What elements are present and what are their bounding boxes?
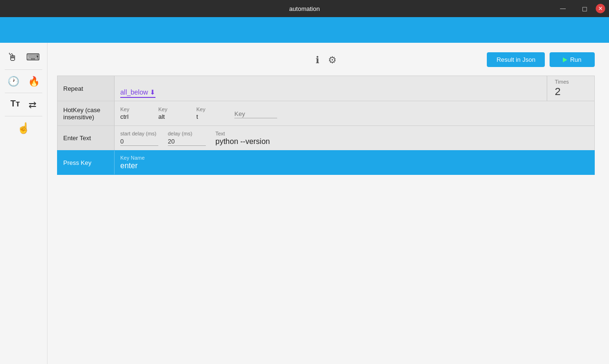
hotkey-t-label: Key — [196, 106, 225, 112]
hotkey-alt-label: Key — [158, 106, 187, 112]
repeat-dropdown-arrow[interactable]: ⬇ — [150, 88, 155, 96]
sidebar-divider-1 — [5, 69, 42, 70]
settings-button[interactable]: ⚙ — [328, 54, 337, 66]
hotkey-t-field: Key t — [196, 106, 225, 120]
times-section: Times 2 — [547, 76, 594, 101]
result-json-button[interactable]: Result in Json — [487, 52, 545, 67]
action-label-repeat: Repeat — [58, 76, 115, 101]
action-fields-enter-text: start delay (ms) delay (ms) Text python … — [115, 126, 594, 150]
start-delay-label: start delay (ms) — [120, 131, 158, 136]
hotkey-extra-field — [234, 109, 277, 118]
start-delay-field: start delay (ms) — [120, 131, 158, 146]
toolbar-center: ℹ ⚙ — [316, 54, 337, 66]
sidebar-divider-3 — [5, 116, 42, 116]
repeat-type-value[interactable]: all_below — [120, 88, 148, 96]
app-title: automation — [289, 5, 319, 12]
action-row-repeat: Repeat all_below ⬇ Times 2 — [57, 76, 595, 101]
key-name-field: Key Name enter — [120, 155, 149, 170]
sidebar-row-2: 🕐 🔥 — [0, 72, 47, 91]
main-layout: 🖱 ⌨ 🕐 🔥 Тт ⇄ ☝ ℹ ⚙ Result in Json — [0, 43, 609, 364]
run-triangle-icon — [563, 57, 567, 62]
text-field-value: python --version — [215, 137, 310, 146]
window-controls: — ◻ ✕ — [552, 0, 609, 17]
touch-icon[interactable]: ☝ — [17, 122, 30, 134]
action-label-enter-text: Enter Text — [58, 126, 115, 150]
hotkey-key-input[interactable] — [234, 110, 277, 118]
times-label: Times — [555, 79, 569, 85]
action-row-press-key: Press Key Key Name enter — [57, 150, 595, 175]
header-bar — [0, 17, 609, 43]
clock-icon[interactable]: 🕐 — [8, 76, 19, 87]
close-button[interactable]: ✕ — [596, 4, 605, 13]
hotkey-alt-value: alt — [158, 113, 187, 120]
delay-input[interactable] — [168, 137, 206, 146]
sidebar-row-1: 🖱 ⌨ — [0, 48, 47, 67]
hotkey-ctrl-value: ctrl — [120, 113, 149, 120]
hotkey-t-value: t — [196, 113, 225, 120]
sidebar-row-3: Тт ⇄ — [0, 95, 47, 114]
text-field: Text python --version — [215, 131, 310, 146]
action-label-press-key: Press Key — [58, 151, 115, 174]
keyboard-icon[interactable]: ⌨ — [26, 51, 40, 64]
sidebar-row-4: ☝ — [0, 118, 47, 138]
minimize-button[interactable]: — — [552, 0, 574, 17]
toolbar-wrapper: ℹ ⚙ Result in Json Run — [57, 52, 595, 67]
key-name-value: enter — [120, 162, 149, 170]
action-row-hotkey: HotKey (case insensitive) Key ctrl Key a… — [57, 101, 595, 125]
start-delay-input[interactable] — [120, 137, 158, 146]
loop-icon[interactable]: ⇄ — [29, 99, 37, 110]
repeat-type-field: all_below ⬇ — [120, 88, 155, 98]
times-value: 2 — [555, 86, 561, 98]
delay-field: delay (ms) — [168, 131, 206, 146]
maximize-button[interactable]: ◻ — [574, 0, 596, 17]
sidebar-divider-2 — [5, 93, 42, 93]
action-label-hotkey: HotKey (case insensitive) — [58, 101, 115, 125]
action-table: Repeat all_below ⬇ Times 2 — [57, 76, 595, 175]
content-area: ℹ ⚙ Result in Json Run Repeat — [48, 43, 609, 364]
key-name-label: Key Name — [120, 155, 149, 161]
run-button[interactable]: Run — [550, 52, 595, 67]
text-size-icon[interactable]: Тт — [10, 99, 20, 110]
action-fields-hotkey: Key ctrl Key alt Key t — [115, 101, 594, 125]
action-fields-repeat: all_below ⬇ — [115, 76, 547, 101]
action-fields-press-key: Key Name enter — [115, 151, 594, 174]
title-bar: automation — ◻ ✕ — [0, 0, 609, 17]
text-field-label: Text — [215, 131, 310, 136]
delay-label: delay (ms) — [168, 131, 206, 136]
action-row-enter-text: Enter Text start delay (ms) delay (ms) T… — [57, 125, 595, 150]
sidebar: 🖱 ⌨ 🕐 🔥 Тт ⇄ ☝ — [0, 43, 48, 364]
mouse-icon[interactable]: 🖱 — [7, 51, 18, 64]
info-button[interactable]: ℹ — [316, 54, 319, 66]
hotkey-ctrl-field: Key ctrl — [120, 106, 149, 120]
hotkey-alt-field: Key alt — [158, 106, 187, 120]
fire-icon[interactable]: 🔥 — [28, 76, 40, 87]
hotkey-ctrl-label: Key — [120, 106, 149, 112]
